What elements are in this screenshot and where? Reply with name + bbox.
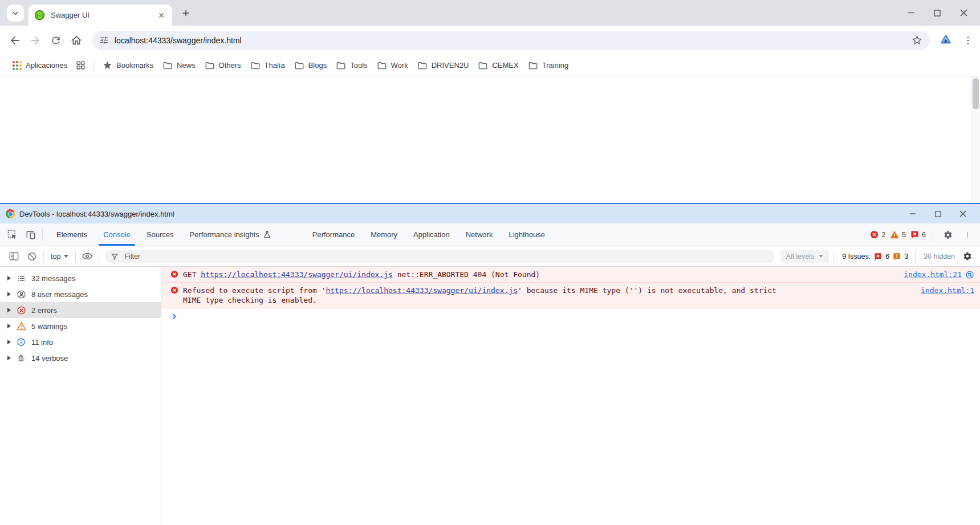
message-source: index.html:1 [907, 286, 974, 295]
forward-button[interactable] [25, 30, 46, 51]
devtools-menu-button[interactable] [961, 226, 974, 243]
home-button[interactable] [66, 30, 87, 51]
disclosure-triangle-icon[interactable] [7, 308, 11, 312]
separator [933, 229, 933, 241]
console-error-message[interactable]: Refused to execute script from 'https://… [161, 283, 980, 308]
disclosure-triangle-icon[interactable] [7, 356, 11, 360]
extension-logo-icon [939, 34, 953, 47]
source-location-link[interactable]: index.html:1 [921, 286, 974, 295]
disclosure-triangle-icon[interactable] [7, 324, 11, 328]
chevron-down-icon [11, 9, 19, 17]
bookmark-folder-tools[interactable]: Tools [331, 58, 372, 73]
panel-left-icon [9, 251, 19, 262]
devtools-titlebar[interactable]: DevTools - localhost:44333/swagger/index… [0, 204, 980, 223]
bookmark-apps[interactable]: Aplicaciones [8, 59, 72, 72]
sidebar-item-user-messages[interactable]: 8 user messages [0, 286, 161, 302]
filter-input[interactable] [123, 252, 768, 261]
scrollbar-thumb[interactable] [973, 78, 979, 109]
extension-button[interactable] [937, 31, 955, 50]
tab-performance[interactable]: Performance [304, 223, 363, 246]
tab-close-icon[interactable] [156, 10, 166, 21]
disclosure-triangle-icon[interactable] [7, 340, 11, 344]
bookmark-folder-others[interactable]: Others [200, 58, 246, 73]
bookmark-folder-work[interactable]: Work [372, 58, 413, 73]
sidebar-item-info[interactable]: 11 info [0, 334, 161, 350]
browser-tab-strip: {-} Swagger UI [0, 0, 980, 26]
devtools-settings-button[interactable] [940, 226, 956, 243]
folder-icon [294, 60, 304, 71]
tab-performance-insights[interactable]: Performance insights [182, 223, 279, 246]
bookmark-folder-training[interactable]: Training [523, 58, 573, 73]
error-url-link[interactable]: https://localhost:44333/swagger/ui/index… [326, 286, 518, 295]
sidebar-item-warnings[interactable]: 5 warnings [0, 318, 161, 334]
clear-console-button[interactable] [23, 248, 41, 265]
close-window-button[interactable] [950, 3, 977, 23]
page-scrollbar[interactable] [971, 76, 980, 203]
browser-tab[interactable]: {-} Swagger UI [29, 5, 172, 26]
context-selector[interactable]: top [46, 251, 73, 262]
log-levels-dropdown[interactable]: All levels [780, 250, 829, 263]
sidebar-item-verbose[interactable]: 14 verbose [0, 350, 161, 366]
devtools-close-button[interactable] [950, 205, 975, 222]
issue-error-icon [874, 253, 882, 261]
source-location-link[interactable]: index.html:21 [904, 270, 962, 279]
console-error-message[interactable]: GET https://localhost:44333/swagger/ui/i… [161, 267, 980, 283]
bookmark-folder-blogs[interactable]: Blogs [290, 58, 332, 73]
tab-elements[interactable]: Elements [48, 223, 95, 246]
tab-application[interactable]: Application [405, 223, 458, 246]
bookmark-star-button[interactable] [910, 33, 924, 47]
maximize-button[interactable] [924, 3, 950, 23]
reload-button[interactable] [46, 30, 66, 51]
inspect-element-button[interactable] [3, 226, 22, 243]
device-toolbar-button[interactable] [22, 226, 40, 243]
folder-icon [205, 60, 215, 71]
issues-count-badge[interactable]: 6 [910, 230, 926, 239]
network-request-icon[interactable] [965, 270, 974, 279]
plus-icon [181, 9, 190, 18]
console-settings-button[interactable] [959, 248, 975, 265]
address-bar[interactable]: localhost:44333/swagger/index.html [92, 31, 930, 50]
new-tab-button[interactable] [178, 5, 194, 21]
sidebar-item-all-messages[interactable]: 32 messages [0, 270, 161, 286]
bookmark-folder-thalia[interactable]: Thalía [246, 58, 290, 73]
browser-toolbar: localhost:44333/swagger/index.html [0, 26, 980, 55]
error-url-link[interactable]: https://localhost:44333/swagger/ui/index… [201, 270, 393, 279]
devtools-window-controls [900, 204, 975, 223]
browser-menu-button[interactable] [961, 33, 975, 48]
tab-search-button[interactable] [7, 5, 24, 22]
three-dot-menu-icon [964, 230, 971, 239]
tab-network[interactable]: Network [458, 223, 501, 246]
console-sidebar-toggle-button[interactable] [5, 248, 23, 265]
bookmark-label: Others [219, 61, 241, 70]
devtools-minimize-button[interactable] [900, 205, 925, 222]
tab-memory[interactable]: Memory [363, 223, 405, 246]
disclosure-triangle-icon[interactable] [7, 292, 11, 296]
tab-groups-button[interactable] [73, 58, 88, 73]
url-text[interactable]: localhost:44333/swagger/index.html [115, 36, 910, 45]
devtools-maximize-button[interactable] [925, 205, 950, 222]
console-prompt[interactable] [161, 308, 980, 320]
disclosure-triangle-icon[interactable] [7, 276, 11, 280]
tab-sources[interactable]: Sources [139, 223, 182, 246]
tab-lighthouse[interactable]: Lighthouse [501, 223, 553, 246]
sidebar-item-errors[interactable]: 2 errors [0, 302, 161, 318]
console-filter-box[interactable] [105, 250, 774, 263]
error-count-badge[interactable]: 2 [870, 230, 885, 239]
bookmark-label: CEMEX [492, 61, 518, 70]
bookmark-folder-bookmarks[interactable]: Bookmarks [98, 58, 158, 72]
bookmark-label: Training [542, 61, 568, 70]
warning-count-badge[interactable]: 5 [890, 230, 906, 239]
hidden-messages-label[interactable]: 30 hidden [924, 253, 955, 261]
bookmark-folder-cemex[interactable]: CEMEX [473, 58, 523, 73]
bookmark-folder-news[interactable]: News [158, 58, 200, 73]
forward-arrow-icon [29, 34, 42, 47]
minimize-button[interactable] [898, 3, 924, 23]
back-button[interactable] [5, 30, 25, 51]
live-expression-button[interactable] [78, 248, 96, 265]
tab-console[interactable]: Console [95, 223, 139, 246]
issues-summary[interactable]: 9 Issues: 6 3 [842, 253, 908, 261]
bookmark-folder-driven2u[interactable]: DRIVEN2U [413, 58, 474, 73]
site-settings-icon[interactable] [99, 35, 109, 45]
devtools-tabs: Elements Console Sources Performance ins… [48, 223, 553, 246]
devtools-tabbar: Elements Console Sources Performance ins… [0, 223, 980, 246]
